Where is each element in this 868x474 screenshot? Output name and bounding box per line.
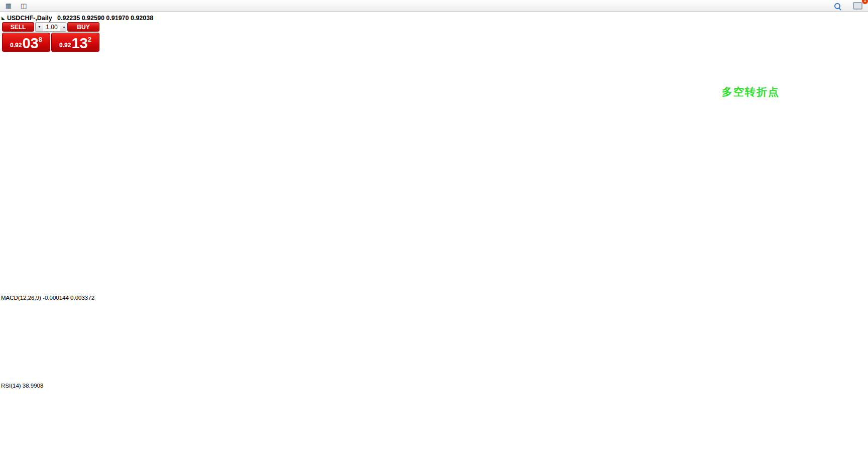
macd-label: MACD(12,26,9) -0.000144 0.003372 xyxy=(1,295,94,301)
volume-spinner: ▼ ▲ xyxy=(35,22,66,32)
sell-price-main: 03 xyxy=(22,37,38,50)
sell-button[interactable]: SELL xyxy=(2,22,34,32)
chart-type-icon: ◣ xyxy=(2,16,5,21)
toolbar-right: 1 xyxy=(830,1,865,12)
sell-price-display[interactable]: 0.92 03 8 xyxy=(2,33,50,52)
rsi-label: RSI(14) 38.9908 xyxy=(1,383,43,389)
chart-window[interactable]: ◣ USDCHF-,Daily 0.92235 0.92590 0.91970 … xyxy=(0,12,868,474)
volume-input[interactable] xyxy=(43,23,60,31)
notifications-button[interactable]: 1 xyxy=(850,1,865,12)
chart-ohlc-readout: 0.92235 0.92590 0.91970 0.92038 xyxy=(57,15,153,22)
open-profile-button[interactable]: ◫ xyxy=(16,1,31,12)
buy-price-pip: 2 xyxy=(88,36,91,43)
chart-canvas[interactable]: ◣ USDCHF-,Daily 0.92235 0.92590 0.91970 … xyxy=(0,12,868,474)
notification-badge: 1 xyxy=(862,0,868,4)
sell-price-prefix: 0.92 xyxy=(10,42,22,49)
one-click-trading-panel: SELL ▼ ▲ BUY 0.92 03 8 0.92 13 2 xyxy=(2,22,99,52)
toolbar-groups: ▦◫ xyxy=(1,1,31,12)
volume-up-button[interactable]: ▲ xyxy=(60,23,66,31)
buy-price-prefix: 0.92 xyxy=(59,42,71,49)
search-icon xyxy=(834,3,840,9)
toolbar-group: ▦◫ xyxy=(1,1,31,12)
sell-price-pip: 8 xyxy=(39,36,42,43)
open-profile-icon: ◫ xyxy=(21,3,27,9)
chat-bubble-icon xyxy=(853,2,862,10)
volume-down-button[interactable]: ▼ xyxy=(36,23,43,31)
buy-price-main: 13 xyxy=(71,37,87,50)
chart-title: USDCHF-,Daily xyxy=(7,15,52,22)
new-chart-button[interactable]: ▦ xyxy=(1,1,16,12)
search-button[interactable] xyxy=(830,1,845,12)
new-chart-icon: ▦ xyxy=(6,3,12,9)
buy-button[interactable]: BUY xyxy=(67,22,99,32)
trend-note-text: 多空转折点 xyxy=(722,86,780,98)
buy-price-display[interactable]: 0.92 13 2 xyxy=(51,33,99,52)
toolbar: ▦◫ 1 xyxy=(0,0,868,12)
